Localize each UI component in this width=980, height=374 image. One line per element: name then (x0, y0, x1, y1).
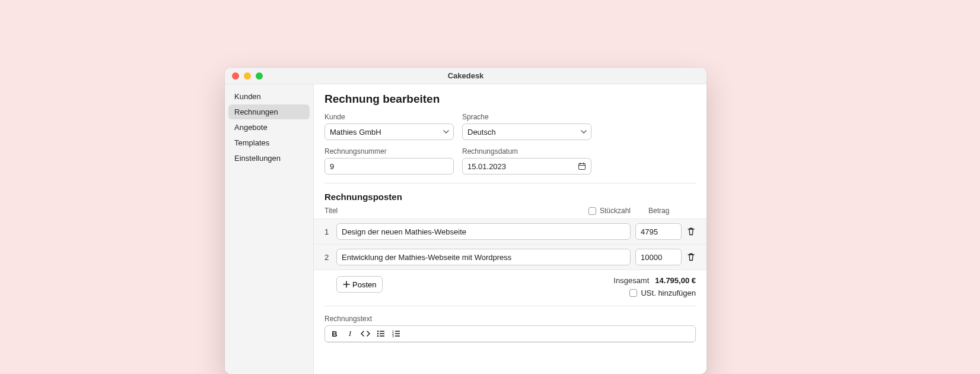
language-select[interactable]: Deutsch (462, 123, 591, 140)
customer-select-value: Mathies GmbH (330, 128, 381, 137)
invoice-number-value: 9 (330, 162, 334, 171)
language-select-value: Deutsch (467, 128, 496, 137)
bullet-list-button[interactable] (376, 329, 386, 338)
svg-point-6 (377, 335, 379, 337)
app-window: Cakedesk Kunden Rechnungen Angebote Temp… (225, 68, 707, 374)
invoice-number-input[interactable]: 9 (324, 158, 454, 175)
sidebar: Kunden Rechnungen Angebote Templates Ein… (225, 84, 314, 374)
line-items-title: Rechnungsposten (324, 192, 696, 202)
titlebar: Cakedesk (225, 68, 707, 84)
line-item: 1 Design der neuen Mathies-Webseite 4795 (314, 218, 707, 244)
bold-button[interactable]: B (330, 329, 339, 338)
customer-label: Kunde (324, 113, 454, 121)
svg-point-5 (377, 333, 379, 335)
svg-point-4 (377, 331, 379, 332)
main-content: Rechnung bearbeiten Kunde Mathies GmbH S… (314, 84, 707, 374)
line-items-header: Titel Stückzahl Betrag (324, 207, 696, 218)
rich-text-editor[interactable]: B I 123 (324, 325, 696, 343)
qty-toggle-checkbox[interactable] (588, 207, 596, 215)
divider (324, 183, 696, 183)
svg-rect-0 (579, 164, 586, 170)
invoice-text-label: Rechnungstext (324, 315, 696, 323)
sidebar-item-rechnungen[interactable]: Rechnungen (228, 104, 310, 119)
invoice-number-label: Rechnungsnummer (324, 147, 454, 156)
line-items: 1 Design der neuen Mathies-Webseite 4795… (314, 218, 707, 270)
vat-label: USt. hinzufügen (641, 289, 696, 297)
editor-toolbar: B I 123 (325, 326, 695, 342)
add-line-item-button[interactable]: Posten (336, 276, 383, 293)
trash-icon[interactable] (686, 252, 696, 262)
th-qty: Stückzahl (600, 207, 631, 215)
numbered-list-button[interactable]: 123 (392, 329, 401, 338)
line-item-amount-input[interactable]: 10000 (635, 249, 682, 265)
line-item-number: 1 (324, 227, 332, 236)
close-window-button[interactable] (232, 72, 239, 80)
th-title: Titel (324, 207, 588, 215)
language-label: Sprache (462, 113, 591, 121)
sidebar-item-einstellungen[interactable]: Einstellungen (228, 151, 310, 166)
window-controls (225, 72, 263, 80)
line-item-number: 2 (324, 253, 332, 262)
calendar-icon (578, 162, 586, 170)
sidebar-item-kunden[interactable]: Kunden (228, 89, 310, 104)
sidebar-item-angebote[interactable]: Angebote (228, 120, 310, 135)
invoice-date-label: Rechnungsdatum (462, 147, 591, 156)
divider (324, 306, 696, 306)
add-line-item-label: Posten (352, 280, 376, 289)
window-title: Cakedesk (225, 71, 707, 80)
minimize-window-button[interactable] (244, 72, 251, 80)
line-item-title-input[interactable]: Design der neuen Mathies-Webseite (336, 223, 631, 240)
page-title: Rechnung bearbeiten (324, 93, 696, 106)
line-item: 2 Entwicklung der Mathies-Webseite mit W… (314, 244, 707, 270)
invoice-date-input[interactable]: 15.01.2023 (462, 158, 591, 175)
sidebar-item-templates[interactable]: Templates (228, 135, 310, 150)
maximize-window-button[interactable] (256, 72, 263, 80)
line-item-amount-input[interactable]: 4795 (635, 223, 682, 240)
vat-checkbox[interactable] (629, 289, 637, 297)
trash-icon[interactable] (686, 227, 696, 236)
line-item-title-input[interactable]: Entwicklung der Mathies-Webseite mit Wor… (336, 249, 631, 265)
total-value: 14.795,00 € (655, 276, 696, 285)
invoice-date-value: 15.01.2023 (467, 162, 506, 171)
plus-icon (343, 281, 350, 288)
code-button[interactable] (361, 329, 370, 338)
customer-select[interactable]: Mathies GmbH (324, 123, 454, 140)
th-amount: Betrag (648, 207, 696, 215)
total-label: Insgesamt (613, 276, 649, 285)
italic-button[interactable]: I (345, 329, 355, 338)
svg-text:3: 3 (392, 334, 394, 337)
